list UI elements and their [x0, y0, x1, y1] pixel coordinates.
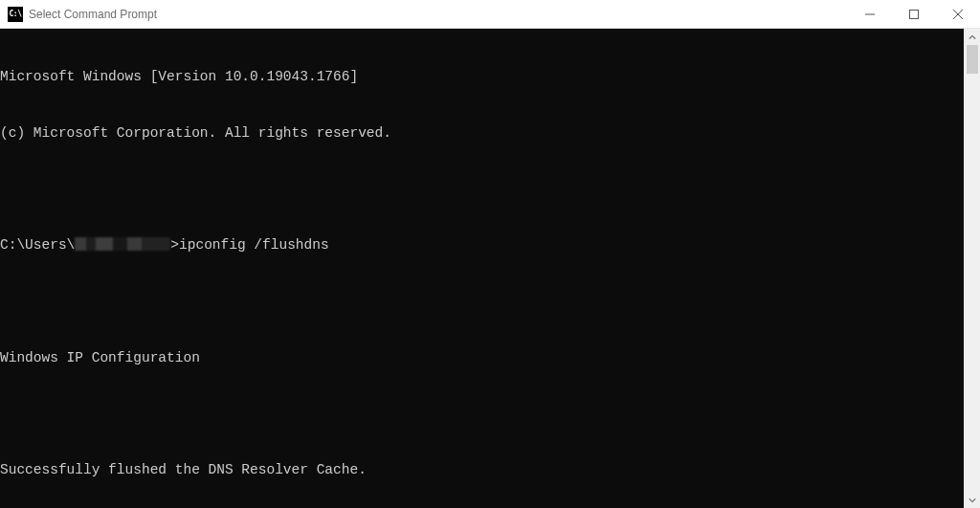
chevron-down-icon — [969, 497, 976, 504]
content-area: Microsoft Windows [Version 10.0.19043.17… — [0, 29, 980, 508]
maximize-button[interactable] — [892, 0, 936, 28]
terminal[interactable]: Microsoft Windows [Version 10.0.19043.17… — [0, 29, 964, 508]
terminal-line: Successfully flushed the DNS Resolver Ca… — [0, 461, 964, 480]
app-icon: C:\ — [8, 7, 23, 22]
terminal-blank-line — [0, 405, 964, 424]
close-button[interactable] — [936, 0, 980, 28]
terminal-blank-line — [0, 181, 964, 200]
svg-rect-1 — [910, 10, 919, 18]
redacted-username — [75, 237, 170, 251]
terminal-prompt-line: C:\Users\>ipconfig /flushdns — [0, 236, 964, 255]
terminal-line: Microsoft Windows [Version 10.0.19043.17… — [0, 68, 964, 87]
vertical-scrollbar[interactable] — [964, 29, 980, 508]
close-icon — [953, 10, 963, 19]
prompt-command: >ipconfig /flushdns — [170, 237, 328, 253]
scroll-up-arrow-icon[interactable] — [965, 29, 980, 45]
minimize-button[interactable] — [848, 0, 892, 28]
prompt-prefix: C:\Users\ — [0, 237, 75, 253]
minimize-icon — [865, 10, 875, 19]
chevron-up-icon — [969, 33, 976, 41]
window-buttons — [848, 0, 980, 28]
scroll-down-arrow-icon[interactable] — [965, 492, 980, 508]
window-titlebar[interactable]: C:\ Select Command Prompt — [0, 0, 980, 29]
window-title: Select Command Prompt — [29, 8, 157, 21]
terminal-line: (c) Microsoft Corporation. All rights re… — [0, 124, 964, 144]
terminal-blank-line — [0, 293, 964, 312]
scroll-thumb[interactable] — [967, 45, 978, 74]
maximize-icon — [909, 10, 919, 19]
terminal-line: Windows IP Configuration — [0, 349, 964, 368]
